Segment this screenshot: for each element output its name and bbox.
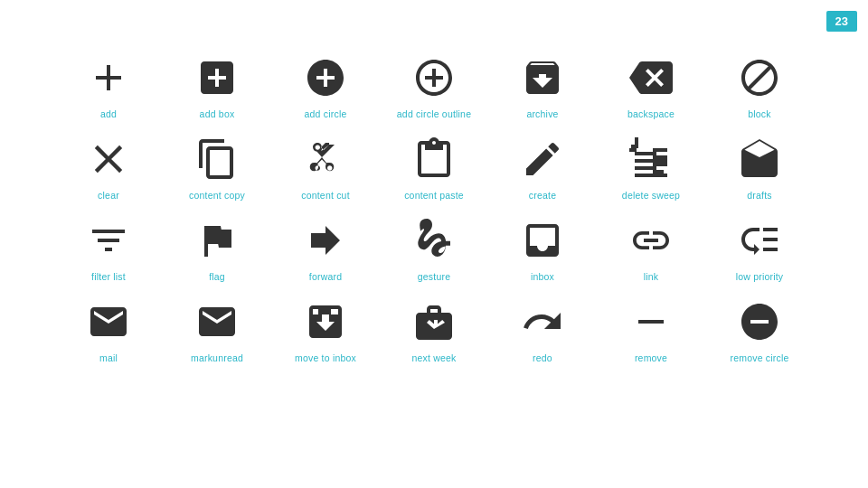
remove-label: remove (635, 352, 667, 363)
add-circle-icon (302, 54, 349, 101)
icons-grid: add add box add circle add circle outlin… (0, 0, 868, 398)
icon-delete-sweep: delete sweep (597, 127, 705, 208)
inbox-label: inbox (531, 271, 554, 282)
clear-icon (85, 136, 132, 183)
redo-icon (519, 298, 566, 345)
icon-add-circle: add circle (271, 45, 380, 127)
create-label: create (529, 190, 556, 201)
flag-label: flag (209, 271, 225, 282)
remove-circle-icon (736, 298, 783, 345)
add-icon (85, 54, 132, 101)
add-circle-outline-icon (410, 54, 458, 101)
link-label: link (644, 271, 659, 282)
add-circle-label: add circle (305, 108, 347, 119)
icon-archive: archive (488, 45, 597, 127)
forward-icon (302, 217, 349, 264)
svg-rect-3 (653, 170, 664, 174)
svg-rect-0 (653, 148, 667, 152)
icon-filter-list: filter list (54, 208, 163, 289)
add-box-label: add box (200, 108, 235, 119)
icon-flag: flag (163, 208, 271, 289)
icon-add-box: add box (163, 45, 271, 127)
icon-move-to-inbox: move to inbox (271, 289, 380, 371)
icon-forward: forward (271, 208, 380, 289)
icon-redo: redo (488, 289, 597, 371)
low-priority-icon (736, 217, 783, 264)
icon-remove: remove (597, 289, 705, 371)
icon-drafts: drafts (705, 127, 814, 208)
next-week-label: next week (411, 352, 456, 363)
move-to-inbox-icon (302, 298, 349, 345)
icon-next-week: next week (380, 289, 488, 371)
content-paste-label: content paste (404, 190, 464, 201)
add-circle-outline-label: add circle outline (397, 108, 471, 119)
icon-low-priority: low priority (705, 208, 814, 289)
flag-icon (193, 217, 241, 264)
block-label: block (748, 108, 771, 119)
clear-label: clear (98, 190, 119, 201)
backspace-icon (627, 54, 675, 101)
move-to-inbox-label: move to inbox (295, 352, 356, 363)
low-priority-label: low priority (736, 271, 784, 282)
add-label: add (100, 108, 117, 119)
icon-clear: clear (54, 127, 163, 208)
link-icon (627, 217, 675, 264)
add-box-icon (193, 54, 241, 101)
icon-backspace: backspace (597, 45, 705, 127)
icon-link: link (597, 208, 705, 289)
filter-list-icon (85, 217, 132, 264)
filter-list-label: filter list (91, 271, 126, 282)
archive-icon (519, 54, 566, 101)
svg-rect-2 (653, 163, 667, 166)
markunread-icon (193, 298, 241, 345)
delete-sweep-label: delete sweep (622, 190, 680, 201)
content-copy-label: content copy (189, 190, 245, 201)
gesture-icon (410, 217, 458, 264)
forward-label: forward (309, 271, 342, 282)
inbox-icon (519, 217, 566, 264)
archive-label: archive (526, 108, 558, 119)
icon-content-cut: content cut (271, 127, 380, 208)
drafts-label: drafts (747, 190, 771, 201)
mail-icon (85, 298, 132, 345)
drafts-icon (736, 136, 783, 183)
icon-remove-circle: remove circle (705, 289, 814, 371)
content-cut-icon (302, 136, 349, 183)
icon-create: create (488, 127, 597, 208)
icon-content-paste: content paste (380, 127, 488, 208)
content-copy-icon (193, 136, 241, 183)
content-paste-icon (410, 136, 458, 183)
content-cut-label: content cut (301, 190, 350, 201)
icon-markunread: markunread (163, 289, 271, 371)
gesture-label: gesture (418, 271, 450, 282)
icon-mail: mail (54, 289, 163, 371)
icon-gesture: gesture (380, 208, 488, 289)
icon-inbox: inbox (488, 208, 597, 289)
block-icon (736, 54, 783, 101)
markunread-label: markunread (191, 352, 243, 363)
next-week-icon (410, 298, 458, 345)
remove-circle-label: remove circle (730, 352, 788, 363)
backspace-label: backspace (627, 108, 675, 119)
page-number: 23 (826, 11, 857, 32)
icon-block: block (705, 45, 814, 127)
redo-label: redo (533, 352, 552, 363)
svg-rect-1 (653, 155, 667, 159)
create-icon (519, 136, 566, 183)
delete-sweep-icon (627, 136, 675, 183)
icon-add: add (54, 45, 163, 127)
icon-content-copy: content copy (163, 127, 271, 208)
icon-add-circle-outline: add circle outline (380, 45, 488, 127)
remove-icon (627, 298, 675, 345)
mail-label: mail (99, 352, 118, 363)
